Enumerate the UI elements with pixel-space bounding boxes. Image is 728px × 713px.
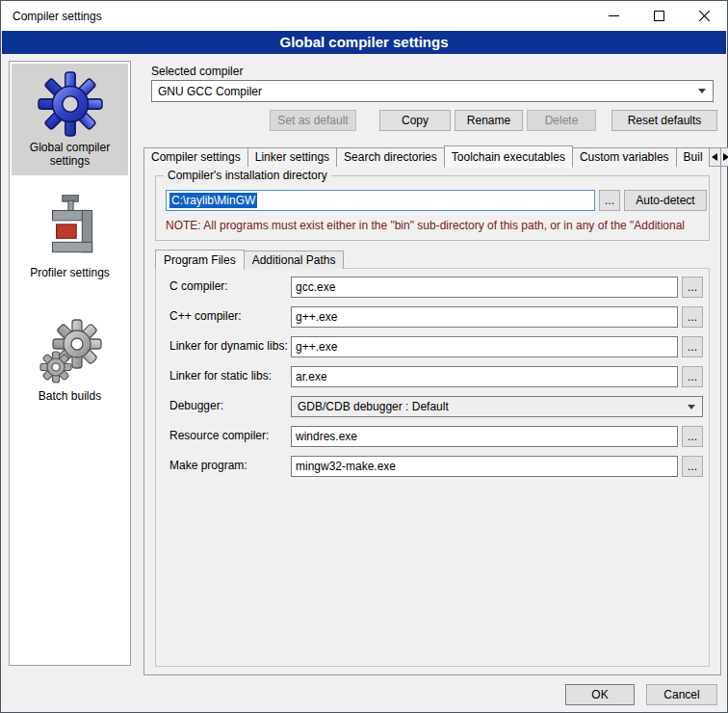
close-button[interactable]	[682, 1, 727, 31]
sidebar-item-batch-builds[interactable]: Batch builds	[12, 310, 128, 416]
set-as-default-button[interactable]: Set as default	[270, 110, 356, 131]
installation-directory-input[interactable]: C:\raylib\MinGW	[166, 190, 595, 211]
titlebar[interactable]: Compiler settings	[1, 1, 727, 31]
reset-defaults-button[interactable]: Reset defaults	[611, 110, 717, 131]
sidebar-item-global-compiler-settings[interactable]: Global compiler settings	[12, 64, 128, 175]
resource-compiler-browse-button[interactable]: ...	[682, 426, 703, 447]
tab-scroll-arrows	[710, 147, 728, 167]
auto-detect-button[interactable]: Auto-detect	[624, 190, 707, 211]
minimize-icon	[609, 11, 619, 21]
program-files-panel: C compiler: ... C++ compiler: ... Linker…	[155, 268, 710, 667]
dynamic-linker-input[interactable]	[291, 336, 678, 357]
static-linker-browse-button[interactable]: ...	[682, 366, 703, 387]
tab-compiler-settings[interactable]: Compiler settings	[143, 147, 248, 167]
tab-additional-paths[interactable]: Additional Paths	[244, 251, 345, 269]
resource-compiler-input[interactable]	[291, 426, 678, 447]
maximize-button[interactable]	[637, 1, 682, 31]
cpp-compiler-label: C++ compiler:	[169, 309, 242, 323]
sidebar-item-label: Profiler settings	[28, 264, 112, 279]
tab-custom-variables[interactable]: Custom variables	[572, 147, 677, 167]
debugger-select-value: GDB/CDB debugger : Default	[298, 400, 449, 413]
copy-button[interactable]: Copy	[379, 110, 451, 131]
tab-build-truncated[interactable]: Buil	[676, 147, 711, 167]
toolchain-executables-panel: Compiler's installation directory C:\ray…	[143, 166, 721, 675]
settings-tabstrip: Compiler settings Linker settings Search…	[143, 145, 721, 167]
installation-directory-group: Compiler's installation directory C:\ray…	[155, 175, 710, 241]
compiler-actions: Set as default Copy Rename Delete Reset …	[143, 110, 721, 131]
ok-button[interactable]: OK	[565, 684, 635, 705]
settings-category-list: Global compiler settings Profiler settin…	[9, 61, 131, 666]
compiler-select-value: GNU GCC Compiler	[158, 85, 262, 98]
debugger-select[interactable]: GDB/CDB debugger : Default	[291, 396, 703, 417]
tab-linker-settings[interactable]: Linker settings	[247, 147, 337, 167]
sidebar-item-label: Batch builds	[37, 387, 103, 403]
triangle-left-icon	[712, 153, 717, 161]
cpp-compiler-browse-button[interactable]: ...	[682, 306, 703, 328]
installation-directory-selected-text: C:\raylib\MinGW	[169, 193, 257, 208]
tab-program-files[interactable]: Program Files	[155, 250, 245, 270]
dynamic-linker-label: Linker for dynamic libs:	[169, 339, 288, 353]
c-compiler-input[interactable]	[291, 277, 678, 298]
chevron-down-icon	[698, 89, 706, 93]
selected-compiler-label: Selected compiler	[151, 65, 243, 78]
installation-directory-browse-button[interactable]: ...	[599, 190, 620, 211]
sidebar-item-profiler-settings[interactable]: Profiler settings	[12, 191, 128, 297]
compiler-select[interactable]: GNU GCC Compiler	[151, 80, 714, 102]
batch-gears-icon	[39, 318, 102, 387]
dialog-banner: Global compiler settings	[2, 31, 726, 54]
resource-compiler-label: Resource compiler:	[169, 429, 269, 442]
make-program-browse-button[interactable]: ...	[682, 456, 703, 477]
delete-button[interactable]: Delete	[527, 110, 596, 131]
tab-search-directories[interactable]: Search directories	[336, 147, 445, 167]
cpp-compiler-input[interactable]	[291, 306, 678, 328]
tab-scroll-right-button[interactable]	[720, 147, 728, 167]
make-program-input[interactable]	[291, 456, 678, 477]
static-linker-label: Linker for static libs:	[169, 369, 272, 383]
gear-icon	[36, 69, 105, 139]
minimize-button[interactable]	[591, 1, 637, 31]
static-linker-input[interactable]	[291, 366, 678, 387]
tab-toolchain-executables[interactable]: Toolchain executables	[444, 145, 573, 168]
dynamic-linker-browse-button[interactable]: ...	[682, 336, 703, 357]
maximize-icon	[654, 11, 664, 21]
compiler-settings-dialog: Compiler settings Global compiler settin…	[0, 0, 728, 713]
sidebar-item-label: Global compiler settings	[12, 139, 128, 168]
triangle-right-icon	[723, 153, 728, 161]
program-files-tabstrip: Program Files Additional Paths	[155, 249, 343, 269]
bin-subdirectory-note: NOTE: All programs must exist either in …	[166, 219, 705, 232]
chevron-down-icon	[688, 405, 695, 409]
c-compiler-browse-button[interactable]: ...	[682, 277, 703, 298]
installation-directory-group-title: Compiler's installation directory	[164, 169, 331, 182]
cancel-button[interactable]: Cancel	[646, 684, 717, 705]
debugger-label: Debugger:	[169, 399, 223, 412]
rename-button[interactable]: Rename	[455, 110, 523, 131]
c-compiler-label: C compiler:	[169, 279, 228, 293]
close-icon	[699, 11, 710, 21]
make-program-label: Make program:	[169, 459, 247, 472]
window-controls	[591, 1, 727, 31]
window-title: Compiler settings	[13, 10, 102, 23]
profiler-clamp-icon	[39, 195, 102, 264]
